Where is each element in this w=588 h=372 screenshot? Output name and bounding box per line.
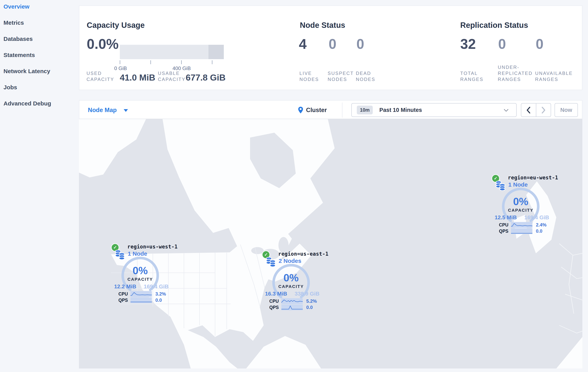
cluster-summary-card: Capacity Usage 0.0% 0 GiB 400 GiB USED C… bbox=[79, 5, 582, 90]
capacity-percent: 0% bbox=[117, 265, 164, 276]
map-toolbar: Node Map Cluster 10m Past 10 Minutes Now bbox=[79, 100, 582, 119]
suspect-nodes-count: 0 bbox=[329, 37, 336, 51]
time-range-badge: 10m bbox=[357, 106, 373, 114]
time-step-back-button[interactable] bbox=[521, 104, 536, 117]
chevron-down-icon bbox=[504, 109, 508, 112]
region-label: region=us-east-1 bbox=[278, 251, 328, 257]
capacity-bar-track bbox=[120, 45, 224, 59]
usable-capacity: 338.9 GiB bbox=[294, 291, 319, 297]
qps-value: 0.0 bbox=[536, 228, 542, 234]
capacity-percent: 0% bbox=[268, 272, 315, 284]
cpu-sparkline bbox=[511, 222, 532, 228]
under-replicated-ranges-label: UNDER-REPLICATEDRANGES bbox=[498, 64, 533, 82]
used-capacity: 16.3 MiB bbox=[265, 291, 287, 297]
qps-value: 0.0 bbox=[306, 305, 313, 310]
chevron-left-icon bbox=[526, 107, 531, 113]
cpu-value: 2.4% bbox=[536, 222, 546, 228]
live-nodes-count: 4 bbox=[299, 37, 307, 51]
qps-sparkline bbox=[281, 305, 303, 310]
capacity-percent: 0% bbox=[497, 195, 544, 207]
unavailable-ranges-count: 0 bbox=[536, 37, 544, 51]
usable-capacity: 169.4 GiB bbox=[524, 214, 549, 221]
replication-status-title: Replication Status bbox=[460, 21, 528, 30]
cpu-label: CPU bbox=[269, 299, 280, 304]
sidebar-item-network-latency[interactable]: Network Latency bbox=[0, 63, 79, 79]
sidebar-item-statements[interactable]: Statements bbox=[0, 47, 79, 63]
cpu-label: CPU bbox=[118, 291, 129, 297]
qps-label: QPS bbox=[118, 298, 129, 303]
dead-nodes-count: 0 bbox=[357, 37, 364, 51]
qps-label: QPS bbox=[269, 305, 280, 310]
sidebar-item-advanced-debug[interactable]: Advanced Debug bbox=[0, 95, 79, 111]
usable-capacity: 169.4 GiB bbox=[144, 284, 168, 290]
toolbar-divider bbox=[342, 103, 342, 117]
cpu-label: CPU bbox=[499, 222, 509, 228]
under-replicated-ranges-count: 0 bbox=[498, 37, 506, 51]
time-range-dropdown[interactable]: 10m Past 10 Minutes bbox=[351, 103, 517, 117]
region-marker-eu-west-1[interactable]: ✓ region=eu-west-1 1 Node 0% CAPACITY 12… bbox=[492, 174, 550, 235]
sidebar: Overview Metrics Databases Statements Ne… bbox=[0, 0, 79, 372]
usable-capacity-value: 677.8 GiB bbox=[186, 73, 226, 83]
sidebar-item-databases[interactable]: Databases bbox=[0, 31, 79, 47]
breadcrumb[interactable]: Cluster bbox=[298, 101, 327, 119]
view-selector-dropdown[interactable]: Node Map bbox=[88, 101, 128, 119]
suspect-nodes-label: SUSPECTNODES bbox=[328, 70, 354, 82]
capacity-caption: CAPACITY bbox=[268, 284, 315, 289]
total-ranges-label: TOTALRANGES bbox=[460, 70, 483, 82]
capacity-caption: CAPACITY bbox=[497, 208, 544, 213]
region-marker-us-east-1[interactable]: ✓ region=us-east-1 2 Nodes 0% CAPACITY 1… bbox=[262, 251, 320, 311]
capacity-caption: CAPACITY bbox=[117, 277, 164, 282]
used-capacity-label: USED CAPACITY bbox=[86, 70, 114, 82]
chevron-right-icon bbox=[541, 107, 546, 113]
live-nodes-label: LIVENODES bbox=[299, 70, 319, 82]
capacity-usage-title: Capacity Usage bbox=[87, 21, 145, 30]
qps-sparkline bbox=[511, 228, 532, 234]
time-range-label: Past 10 Minutes bbox=[379, 107, 422, 113]
view-selector-label: Node Map bbox=[88, 107, 117, 114]
capacity-axis-tick-0: 0 GiB bbox=[114, 65, 127, 71]
cpu-value: 5.2% bbox=[306, 298, 317, 304]
now-button[interactable]: Now bbox=[555, 103, 578, 117]
breadcrumb-label: Cluster bbox=[306, 107, 327, 114]
cpu-sparkline bbox=[130, 291, 152, 297]
region-label: region=us-west-1 bbox=[127, 244, 178, 250]
time-step-buttons bbox=[521, 103, 551, 117]
capacity-usage-percent: 0.0% bbox=[87, 37, 119, 51]
cpu-value: 3.2% bbox=[155, 291, 166, 297]
time-step-forward-button[interactable] bbox=[536, 104, 551, 117]
sidebar-item-jobs[interactable]: Jobs bbox=[0, 79, 79, 95]
used-capacity: 12.2 MiB bbox=[114, 284, 136, 290]
sidebar-item-overview[interactable]: Overview bbox=[0, 0, 79, 15]
dead-nodes-label: DEADNODES bbox=[356, 70, 375, 82]
usable-capacity-label: USABLE CAPACITY bbox=[158, 70, 186, 82]
node-status-title: Node Status bbox=[300, 21, 345, 30]
qps-value: 0.0 bbox=[155, 298, 162, 303]
region-marker-us-west-1[interactable]: ✓ region=us-west-1 1 Node 0% CAPACITY 12… bbox=[111, 243, 169, 304]
region-label: region=eu-west-1 bbox=[508, 175, 558, 181]
used-capacity-value: 41.0 MiB bbox=[120, 73, 155, 83]
capacity-usage-bar: 0 GiB 400 GiB bbox=[120, 45, 224, 59]
qps-label: QPS bbox=[499, 229, 509, 234]
chevron-down-icon bbox=[124, 109, 128, 112]
qps-sparkline bbox=[130, 297, 152, 303]
node-map[interactable]: ✓ region=us-west-1 1 Node 0% CAPACITY 12… bbox=[79, 119, 582, 369]
map-pin-icon bbox=[298, 106, 303, 114]
capacity-bar-nonusable-segment bbox=[209, 45, 224, 59]
used-capacity: 12.5 MiB bbox=[495, 214, 517, 221]
sidebar-item-metrics[interactable]: Metrics bbox=[0, 15, 79, 31]
cpu-sparkline bbox=[281, 298, 303, 304]
total-ranges-count: 32 bbox=[460, 37, 476, 51]
unavailable-ranges-label: UNAVAILABLERANGES bbox=[535, 70, 573, 82]
